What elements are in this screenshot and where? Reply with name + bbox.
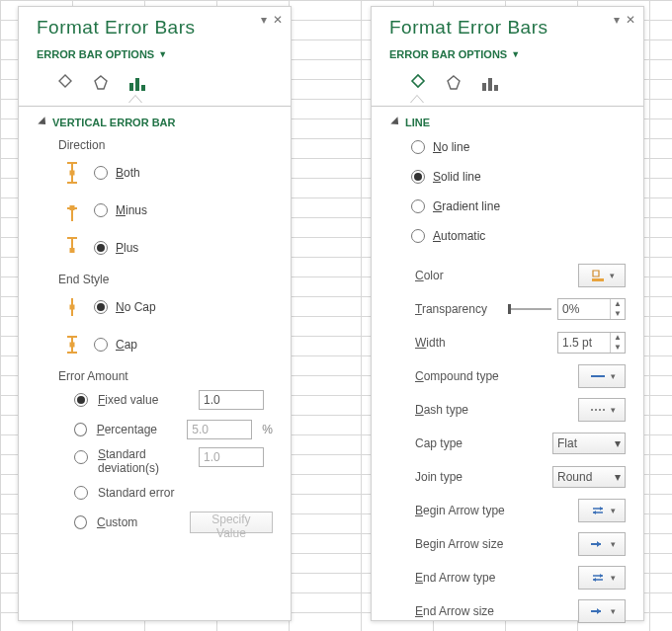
radio[interactable] [94,338,108,352]
svg-rect-6 [592,278,604,281]
begin-arrow-type-picker[interactable]: ▾ [578,499,626,522]
end-style-cap[interactable]: Cap [19,326,291,363]
svg-rect-1 [135,78,139,91]
error-amount-stderr[interactable]: Standard error [19,478,291,508]
prop-width: Width ▲▼ [372,326,643,359]
direction-plus[interactable]: Plus [19,229,291,267]
radio[interactable] [74,515,87,529]
radio[interactable] [94,300,108,314]
compound-type-picker[interactable]: ▾ [578,364,626,388]
radio[interactable] [411,199,425,213]
error-amount-custom[interactable]: Custom Specify Value [19,508,291,537]
svg-rect-3 [482,83,486,91]
prop-begin-arrow-size: Begin Arrow size ▾ [372,527,643,561]
direction-both[interactable]: Both [19,154,291,192]
end-cap-icon [65,332,79,357]
task-pane-options-icon[interactable]: ▾ [614,13,620,27]
direction-minus[interactable]: Minus [19,192,291,229]
radio[interactable] [411,140,425,154]
radio[interactable] [94,166,108,180]
dash-type-picker[interactable]: ▾ [578,398,626,422]
color-picker[interactable]: ▾ [578,264,626,287]
pane-title: Format Error Bars [37,17,279,39]
prop-end-arrow-type: End Arrow type ▾ [372,561,643,594]
prop-end-arrow-size: End Arrow size ▾ [372,594,643,628]
prop-compound: Compound type ▾ [372,359,643,393]
line-automatic[interactable]: Automatic [372,221,643,251]
collapse-icon [390,117,401,127]
error-bar-options-icon[interactable] [126,72,147,94]
transparency-input[interactable]: ▲▼ [557,298,626,320]
format-error-bars-pane-line: ▾ ✕ Format Error Bars ERROR BAR OPTIONS … [371,6,644,621]
section-line[interactable]: LINE [372,107,643,132]
direction-minus-icon [65,197,79,223]
chevron-down-icon: ▾ [611,606,616,616]
percentage-input[interactable] [187,420,252,439]
radio[interactable] [411,229,425,243]
radio[interactable] [74,450,88,464]
radio[interactable] [411,170,425,184]
direction-plus-icon [65,235,79,261]
close-icon[interactable]: ✕ [273,13,283,27]
error-amount-fixed[interactable]: Fixed value [19,385,291,415]
chevron-down-icon: ▾ [615,470,621,484]
effects-icon[interactable] [443,72,464,94]
chevron-down-icon: ▼ [158,49,167,59]
fill-icon[interactable] [54,72,76,94]
line-solid[interactable]: Solid line [372,162,643,192]
join-type-select[interactable]: Round ▾ [552,466,626,488]
end-style-label: End Style [19,267,291,288]
chevron-down-icon: ▾ [611,573,616,583]
radio[interactable] [74,486,88,500]
close-icon[interactable]: ✕ [626,13,635,27]
line-gradient[interactable]: Gradient line [372,192,643,221]
format-error-bars-pane-errorbar: ▾ ✕ Format Error Bars ERROR BAR OPTIONS … [18,6,292,621]
end-arrow-type-picker[interactable]: ▾ [578,566,626,590]
cap-type-select[interactable]: Flat ▾ [552,433,626,454]
direction-label: Direction [19,132,291,154]
chevron-down-icon: ▾ [611,506,616,515]
effects-icon[interactable] [90,72,112,94]
error-bar-options-icon[interactable] [478,72,500,94]
error-amount-percentage[interactable]: Percentage % [19,415,291,444]
percent-unit: % [262,423,273,436]
prop-transparency: Transparency ▲▼ [372,292,643,326]
chevron-down-icon: ▾ [611,371,616,381]
transparency-slider[interactable] [508,308,551,310]
collapse-icon [38,117,48,127]
line-none[interactable]: No line [372,132,643,162]
begin-arrow-size-picker[interactable]: ▾ [578,532,626,556]
chevron-down-icon: ▼ [511,49,520,59]
svg-rect-2 [141,85,145,91]
prop-color: Color ▾ [372,259,643,292]
chevron-down-icon: ▾ [611,539,616,549]
specify-value-button[interactable]: Specify Value [190,512,273,533]
stddev-input[interactable] [199,447,264,467]
radio[interactable] [94,203,108,217]
chevron-down-icon: ▾ [611,405,616,415]
error-bar-options-dropdown[interactable]: ERROR BAR OPTIONS ▼ [389,48,631,60]
error-amount-stddev[interactable]: Standarddeviation(s) [19,444,291,478]
prop-cap-type: Cap type Flat ▾ [372,427,643,460]
prop-dash: Dash type ▾ [372,393,643,427]
radio[interactable] [74,423,87,436]
pane-title: Format Error Bars [389,17,631,39]
section-vertical-error-bar[interactable]: VERTICAL ERROR BAR [19,107,291,132]
svg-rect-4 [488,78,492,91]
end-nocap-icon [65,294,79,320]
end-arrow-size-picker[interactable]: ▾ [578,599,626,623]
chevron-down-icon: ▾ [615,436,621,450]
fixed-value-input[interactable] [199,390,264,410]
prop-begin-arrow-type: Begin Arrow type ▾ [372,494,643,527]
task-pane-options-icon[interactable]: ▾ [261,13,267,27]
radio[interactable] [74,393,88,407]
chevron-down-icon: ▾ [610,271,615,280]
end-style-nocap[interactable]: No Cap [19,288,291,326]
svg-rect-5 [494,85,498,91]
svg-rect-0 [129,83,133,91]
width-input[interactable]: ▲▼ [557,332,626,354]
fill-icon[interactable] [407,72,429,94]
prop-join-type: Join type Round ▾ [372,460,643,494]
error-bar-options-dropdown[interactable]: ERROR BAR OPTIONS ▼ [37,48,279,60]
radio[interactable] [94,241,108,255]
